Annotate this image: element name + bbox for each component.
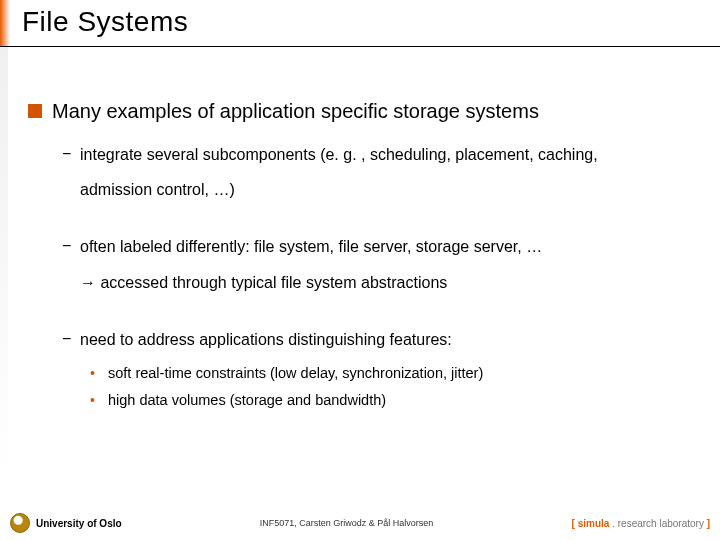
lab-name: simula — [578, 518, 610, 529]
content-area: Many examples of application specific st… — [0, 38, 720, 411]
bullet-text: integrate several subcomponents (e. g. ,… — [80, 143, 598, 166]
bracket-close: ] — [704, 518, 710, 529]
dot-bullet-icon: • — [90, 390, 100, 411]
lab-suffix: research laboratory — [618, 518, 704, 529]
bullet-level3: • soft real-time constraints (low delay,… — [90, 363, 692, 384]
slide-title: File Systems — [22, 6, 720, 38]
spacer — [28, 201, 692, 223]
footer-lab: [ simula . research laboratory ] — [572, 518, 710, 529]
lab-dot: . — [609, 518, 617, 529]
dot-bullet-icon: • — [90, 363, 100, 384]
bullet-level1: Many examples of application specific st… — [28, 98, 692, 125]
slide: File Systems Many examples of applicatio… — [0, 0, 720, 540]
footer-course: INF5071, Carsten Griwodz & Pål Halvorsen — [260, 518, 434, 528]
bullet-text-continuation: → accessed through typical file system a… — [80, 271, 692, 294]
dash-bullet-icon: − — [62, 235, 74, 258]
bullet-level2: − need to address applications distingui… — [62, 328, 692, 351]
bullet-text-continuation: admission control, …) — [80, 178, 692, 201]
bullet-text: high data volumes (storage and bandwidth… — [108, 390, 386, 411]
dash-bullet-icon: − — [62, 328, 74, 351]
university-name: University of Oslo — [36, 518, 122, 529]
left-gutter-gradient — [0, 46, 8, 476]
footer: University of Oslo INF5071, Carsten Griw… — [0, 506, 720, 540]
university-seal-icon — [10, 513, 30, 533]
square-bullet-icon — [28, 104, 42, 118]
bullet-level3: • high data volumes (storage and bandwid… — [90, 390, 692, 411]
footer-left: University of Oslo — [10, 513, 122, 533]
bullet-text: often labeled differently: file system, … — [80, 235, 542, 258]
dash-bullet-icon: − — [62, 143, 74, 166]
title-accent-bar — [0, 0, 10, 46]
spacer — [28, 294, 692, 316]
bullet-text: Many examples of application specific st… — [52, 98, 539, 125]
title-area: File Systems — [0, 0, 720, 38]
bullet-level2: − often labeled differently: file system… — [62, 235, 692, 258]
title-underline — [0, 46, 720, 47]
bullet-text: need to address applications distinguish… — [80, 328, 452, 351]
bullet-level2: − integrate several subcomponents (e. g.… — [62, 143, 692, 166]
bullet-text: soft real-time constraints (low delay, s… — [108, 363, 483, 384]
